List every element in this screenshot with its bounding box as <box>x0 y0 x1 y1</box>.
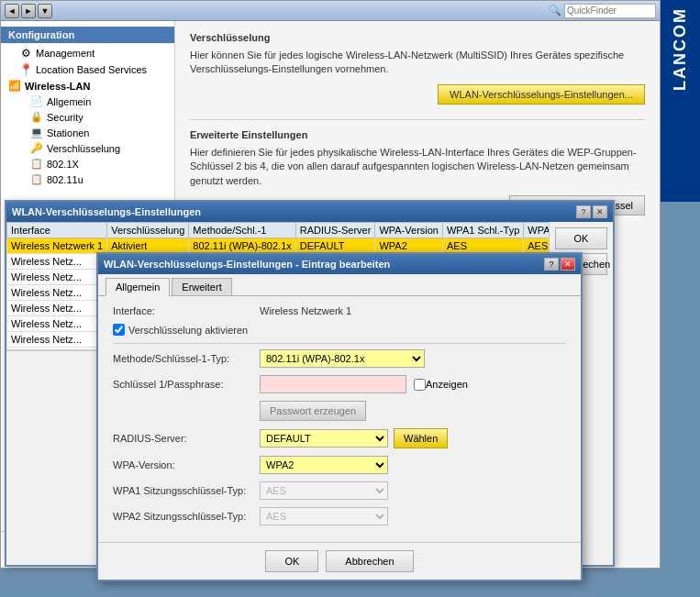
entry-dialog-buttons: OK Abbrechen <box>98 542 581 580</box>
wlan-dialog-title: WLAN-Verschlüsselungs-Einstellungen <box>12 206 576 217</box>
tab-erweitert[interactable]: Erweitert <box>172 278 231 295</box>
wlan-settings-button[interactable]: WLAN-Verschlüsselungs-Einstellungen... <box>438 84 645 105</box>
sidebar-item-label: Management <box>36 48 94 59</box>
form-row-wpa2session: WPA2 Sitzungsschlüssel-Typ: AES <box>113 507 566 525</box>
cell-interface: Wireless Netz... <box>7 301 107 316</box>
entry-dialog: WLAN-Verschlüsselungs-Einstellungen - Ei… <box>96 252 583 581</box>
wpa1session-select: AES <box>260 481 388 500</box>
form-row-methode: Methode/Schlüssel-1-Typ: 802.11i (WPA)-8… <box>113 349 566 368</box>
section1-text: Hier können Sie für jedes logische Wirel… <box>190 49 645 77</box>
tab-bar: Allgemein Erweitert <box>98 274 581 296</box>
cell-wpa1typ: AES <box>442 238 523 254</box>
cell-interface: Wireless Netz... <box>7 285 107 301</box>
form-area: Interface: Wireless Netzwerk 1 Verschlüs… <box>98 296 581 542</box>
cell-interface: Wireless Netz... <box>7 316 107 332</box>
sidebar-item-label: 802.1X <box>47 159 79 170</box>
entry-close-button[interactable]: ✕ <box>561 258 575 271</box>
entry-ok-button[interactable]: OK <box>265 550 318 572</box>
wlan-dialog-titlebar: WLAN-Verschlüsselungs-Einstellungen ? ✕ <box>6 202 613 222</box>
cell-interface: Wireless Netzwerk 1 <box>7 238 107 254</box>
interface-value: Wireless Netzwerk 1 <box>260 305 351 316</box>
table-row[interactable]: Wireless Netzwerk 1 Aktiviert 802.11i (W… <box>7 238 550 254</box>
wlan-close-button[interactable]: ✕ <box>593 205 607 218</box>
cell-wpa: WPA2 <box>375 238 443 254</box>
anzeigen-checkbox[interactable] <box>414 379 426 391</box>
wpa1session-label: WPA1 Sitzungsschlüssel-Typ: <box>113 485 260 496</box>
radius-select[interactable]: DEFAULT <box>260 429 388 448</box>
cell-interface: Wireless Netz... <box>7 254 107 270</box>
sidebar-item-label: Allgemein <box>47 96 91 107</box>
schluessel-label: Schlüssel 1/Passphrase: <box>113 379 260 390</box>
wireless-icon: 📶 <box>8 80 21 92</box>
cell-interface: Wireless Netz... <box>7 332 107 348</box>
lancom-sidebar: LANCOM <box>661 0 700 202</box>
cell-radius: DEFAULT <box>295 238 375 254</box>
methode-label: Methode/Schlüssel-1-Typ: <box>113 353 260 364</box>
passwort-button: Passwort erzeugen <box>260 401 366 421</box>
cell-methode: 802.11i (WPA)-802.1x <box>189 238 295 254</box>
wpa2session-select: AES <box>260 507 388 525</box>
section2-text: Hier definieren Sie für jedes physikalis… <box>190 146 645 188</box>
quickfinder-area: 🔍 <box>549 4 656 18</box>
sidebar-item-management[interactable]: ⚙ Management <box>1 45 174 61</box>
management-icon: ⚙ <box>19 47 32 60</box>
sidebar-item-label: Wireless-LAN <box>25 81 90 92</box>
search-icon: 🔍 <box>549 5 561 17</box>
col-wpa2: WPA2 <box>524 223 549 238</box>
sidebar-item-stationen[interactable]: 💻 Stationen <box>1 125 174 140</box>
wlan-help-button[interactable]: ? <box>576 205 591 218</box>
allgemein-icon: 📄 <box>30 95 43 107</box>
location-icon: 📍 <box>19 63 32 76</box>
checkbox-label: Verschlüsselung aktivieren <box>128 325 248 336</box>
sidebar-item-80211u[interactable]: 📋 802.11u <box>1 171 174 187</box>
form-row-radius: RADIUS-Server: DEFAULT Wählen <box>113 428 566 448</box>
col-radius: RADIUS-Server <box>295 223 375 238</box>
col-methode: Methode/Schl.-1 <box>189 223 295 238</box>
cell-interface: Wireless Netz... <box>7 270 107 285</box>
verschluesselung-icon: 🔑 <box>30 142 43 154</box>
form-row-interface: Interface: Wireless Netzwerk 1 <box>113 305 566 316</box>
sidebar-item-verschluesselung[interactable]: 🔑 Verschlüsselung <box>1 140 174 156</box>
dropdown-button[interactable]: ▼ <box>38 4 52 18</box>
entry-cancel-button[interactable]: Abbrechen <box>326 550 413 572</box>
section1-title: Verschlüsselung <box>190 32 645 43</box>
entry-controls: ? ✕ <box>544 258 575 271</box>
wlan-ok-button[interactable]: OK <box>555 227 607 249</box>
schluessel-input[interactable] <box>260 375 406 393</box>
sidebar-item-location[interactable]: 📍 Location Based Services <box>1 61 174 78</box>
section2-title: Erweiterte Einstellungen <box>190 129 645 140</box>
quickfinder-input[interactable] <box>564 4 656 18</box>
wpa-select[interactable]: WPA2 <box>260 456 388 474</box>
back-button[interactable]: ◄ <box>5 4 19 18</box>
entry-help-button[interactable]: ? <box>544 258 559 271</box>
lancom-logo-text: LANCOM <box>671 7 690 91</box>
form-row-schluessel: Schlüssel 1/Passphrase: Anzeigen <box>113 375 566 393</box>
interface-label: Interface: <box>113 305 260 316</box>
form-row-checkbox: Verschlüsselung aktivieren <box>113 324 566 336</box>
80211u-icon: 📋 <box>30 173 43 185</box>
cell-wpa2: AES <box>524 238 549 254</box>
sidebar-item-label: Verschlüsselung <box>47 143 120 154</box>
forward-button[interactable]: ► <box>21 4 36 18</box>
sidebar-item-wireless[interactable]: 📶 Wireless-LAN <box>1 78 174 94</box>
methode-select[interactable]: 802.11i (WPA)-802.1x <box>260 349 425 368</box>
form-row-passwort: Passwort erzeugen <box>113 401 566 421</box>
sidebar-item-security[interactable]: 🔒 Security <box>1 109 174 125</box>
wlan-dialog-controls: ? ✕ <box>576 205 607 218</box>
col-wpa1typ: WPA1 Schl.-Typ <box>442 223 523 238</box>
tab-allgemein[interactable]: Allgemein <box>106 278 170 296</box>
section-verschluesselung: Verschlüsselung Hier können Sie für jede… <box>190 32 645 105</box>
sidebar-item-allgemein[interactable]: 📄 Allgemein <box>1 94 174 109</box>
sidebar-item-label: 802.11u <box>47 174 83 185</box>
form-row-wpa1session: WPA1 Sitzungsschlüssel-Typ: AES <box>113 481 566 500</box>
waehlen-button[interactable]: Wählen <box>394 428 448 448</box>
radius-label: RADIUS-Server: <box>113 433 260 444</box>
col-interface: Interface <box>7 223 107 238</box>
verschluesselung-checkbox[interactable] <box>113 324 125 336</box>
8021x-icon: 📋 <box>30 158 43 170</box>
entry-dialog-title: WLAN-Verschlüsselungs-Einstellungen - Ei… <box>104 259 544 270</box>
sidebar-item-8021x[interactable]: 📋 802.1X <box>1 156 174 171</box>
col-wpa: WPA-Version <box>375 223 443 238</box>
wpa-label: WPA-Version: <box>113 459 260 470</box>
sidebar-item-label: Location Based Services <box>36 64 147 75</box>
